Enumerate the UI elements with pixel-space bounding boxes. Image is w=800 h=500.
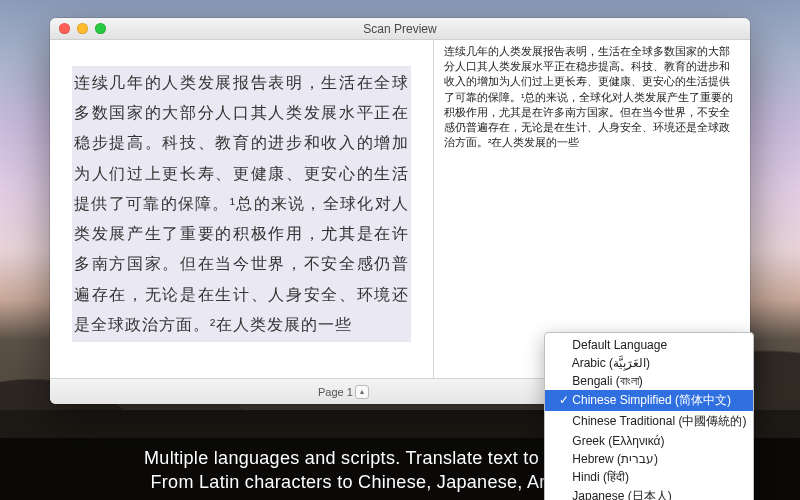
page-step-up-button[interactable]: ▴ (355, 385, 369, 399)
language-menu-item[interactable]: Default Language (545, 336, 753, 354)
language-menu[interactable]: Default Language Arabic (العَرَبِيَّة) B… (544, 332, 754, 500)
ocr-result-pane: 连续几年的人类发展报告表明，生活在全球多数国家的大部分人口其人类发展水平正在稳步… (434, 40, 750, 378)
language-menu-item[interactable]: Chinese Traditional (中國傳統的) (545, 411, 753, 432)
language-menu-item[interactable]: Japanese (日本人) (545, 486, 753, 500)
ocr-text[interactable]: 连续几年的人类发展报告表明，生活在全球多数国家的大部分人口其人类发展水平正在稳步… (444, 44, 740, 151)
scan-image-pane: 连续几年的人类发展报告表明，生活在全球多数国家的大部分人口其人类发展水平正在稳步… (50, 40, 434, 378)
language-menu-item[interactable]: Hebrew (עברית) (545, 450, 753, 468)
language-menu-item[interactable]: Arabic (العَرَبِيَّة) (545, 354, 753, 372)
window-title: Scan Preview (50, 22, 750, 36)
language-menu-item[interactable]: ✓ Chinese Simplified (简体中文) (545, 390, 753, 411)
language-menu-item[interactable]: Greek (Ελληνικά) (545, 432, 753, 450)
titlebar: Scan Preview (50, 18, 750, 40)
language-menu-item[interactable]: Hindi (हिंदी) (545, 468, 753, 486)
scanned-text: 连续几年的人类发展报告表明，生活在全球多数国家的大部分人口其人类发展水平正在稳步… (72, 66, 411, 342)
page-label: Page 1 (318, 386, 353, 398)
language-menu-item[interactable]: Bengali (বাংলা) (545, 372, 753, 390)
